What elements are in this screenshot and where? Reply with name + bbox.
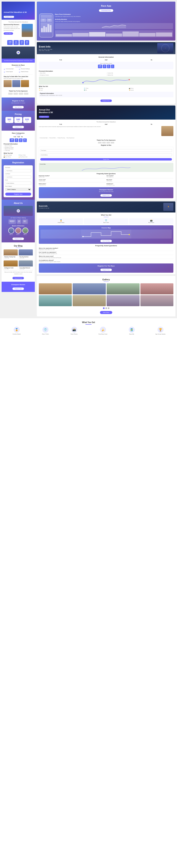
video-section: The Most Amazing Race Experience You'll …	[2, 46, 35, 63]
first-name-input[interactable]	[5, 169, 31, 173]
email-input[interactable]	[5, 182, 31, 185]
marathon-register-form-button[interactable]: Register Now	[40, 158, 172, 160]
champion-register-button[interactable]: Register Now	[100, 194, 111, 197]
benefit-item-1: 🏅 Finisher Medal	[39, 218, 83, 224]
blog-post-3: 5K Beginner Guide Jan 5, 2024	[4, 260, 18, 271]
reason-item-2: ● Personal Challenge	[19, 68, 33, 70]
runner-image-1	[22, 24, 33, 37]
last-name-input[interactable]	[5, 175, 31, 179]
benefit-item-3: 📸 Race Photos	[129, 218, 173, 224]
marathon-first-name[interactable]	[40, 149, 172, 152]
tagline-section: The Most Annual Divi Marathon Sponsored …	[2, 20, 35, 38]
about-play-button[interactable]	[17, 209, 20, 213]
event-register-button[interactable]: Register Now	[100, 99, 111, 102]
svg-point-4	[129, 234, 130, 235]
timer-days: 165 Days	[7, 40, 13, 45]
about-section-preview: About Us 10 Years of Race History 5000+ …	[2, 199, 35, 242]
hero-section: Annual Divi Marathon & 5K Register Now	[2, 2, 35, 20]
team-member-1: John S.	[8, 227, 14, 235]
benefit-photos: 📸 Race Photos	[60, 327, 88, 335]
sponsoring-title: Sponsored By Runners	[4, 24, 21, 25]
price-card-half: $40 Half	[14, 117, 22, 123]
gallery-dot-3[interactable]	[108, 307, 109, 309]
svg-rect-2	[81, 229, 131, 239]
benefit-food: 🍌 Post-Race Food	[89, 327, 117, 335]
home-page-preview: Annual Divi Marathon & 5K Register Now T…	[2, 2, 35, 316]
marathon-email[interactable]	[40, 154, 172, 156]
event-info-page: Event Info April 15, 2024 • City Park St…	[37, 42, 175, 104]
gallery-view-more-button[interactable]: View More	[100, 311, 112, 314]
timer-minutes: 16 Min	[20, 40, 24, 45]
gallery-item-4	[141, 283, 173, 294]
timer-hours: 21 Hours	[14, 40, 19, 45]
gallery-page: Gallery	[37, 276, 175, 316]
timer-seconds: 44 Sec	[25, 40, 29, 45]
gallery-item-8	[141, 295, 173, 306]
reasons-title: Reasons to Race	[4, 64, 33, 66]
gallery-dot-2[interactable]	[105, 307, 107, 309]
event-info-detail-page: Event Info Full details for race day 🏃 W…	[37, 202, 175, 274]
blog-post-4: Course Map Released Dec 28, 2023	[19, 260, 33, 271]
benefit-awards: 🏆 Age Group Awards	[147, 327, 174, 335]
race-app-page: Race App Download Now 2.4 km	[37, 2, 175, 40]
sponsors-title: Thank You To Our Sponsors	[4, 90, 33, 92]
event-register-cta-button[interactable]: Register Now	[100, 269, 111, 271]
benefit-shirt: 👕 Race T-Shirt	[32, 327, 59, 335]
race-app-title: Race App	[39, 5, 173, 7]
hero-title: Annual Divi Marathon & 5K	[4, 11, 33, 13]
what-you-get-section: What You Get 🏅 Finisher Medal 👕 Race T-S…	[0, 318, 177, 338]
phone-mockup: 2.4 km 5:30 pace	[39, 13, 53, 37]
download-app-button[interactable]: Download Now	[99, 9, 113, 12]
svg-point-0	[82, 82, 84, 83]
gallery-title: Gallery	[39, 278, 173, 281]
footer-register-button[interactable]: Register Now	[12, 287, 24, 290]
submit-registration-button[interactable]: Register Now	[5, 193, 31, 196]
right-pages-column: Race App Download Now 2.4 km	[37, 2, 175, 316]
gallery-item-2	[73, 283, 106, 294]
svg-point-3	[82, 236, 84, 237]
pricing-title: Pricing	[4, 113, 33, 115]
about-title: About Us	[4, 202, 33, 204]
gallery-item-5	[39, 295, 72, 306]
main-container: Annual Divi Marathon & 5K Register Now T…	[0, 0, 177, 338]
benefit-medal: 🏅 Finisher Medal	[3, 327, 30, 335]
what-you-get-title: What You Get	[3, 321, 174, 323]
gallery-item-6	[73, 295, 106, 306]
reason-item-1: ● Community Spirit	[4, 68, 18, 70]
reason-item-3: ● Charity Support	[4, 71, 18, 73]
reasons-section: Reasons to Race ● Community Spirit ● Per…	[2, 63, 35, 89]
gallery-dot-1[interactable]	[103, 307, 105, 309]
footer-section: Champion Runner Register Now	[2, 282, 35, 292]
learn-more-button[interactable]: Learn More	[4, 32, 13, 35]
about-register-button[interactable]: Register Now	[12, 238, 24, 240]
category-select[interactable]: Select Category	[5, 188, 31, 191]
blog-post-1: Marathon Training Tips Jan 15, 2024	[4, 249, 18, 259]
play-button[interactable]	[17, 51, 20, 54]
blog-title: Our Blog	[4, 245, 33, 247]
register-cta-button[interactable]: Sign Up Now	[13, 106, 24, 108]
register-pricing-button[interactable]: Register Now	[12, 126, 24, 128]
team-member-2: Sarah L.	[15, 227, 21, 235]
gallery-item-3	[107, 283, 140, 294]
race-categories-section: Race Categories FullHalf5k 165 Days 21 H…	[2, 131, 35, 159]
countdown-section-1: 165 Days 21 Hours 16 Min 44 Sec	[2, 38, 35, 46]
reason-item-4: ● Health & Fitness	[19, 71, 33, 73]
registration-title: Registration	[4, 161, 33, 164]
blog-section-preview: Our Blog Marathon Training Tips Jan 15, …	[2, 242, 35, 282]
team-member-3: Mike C.	[22, 227, 28, 235]
pricing-section-preview: Pricing $65 Full $40 Half $20 5K Reg	[2, 111, 35, 131]
register-cta-section: Register to Run Join thousands of runner…	[2, 97, 35, 111]
marathon-hero-register[interactable]: Register Now	[39, 116, 49, 118]
view-map-button[interactable]: View Full Map	[100, 240, 112, 242]
price-card-5k: $20 5K	[23, 117, 31, 123]
view-all-posts-button[interactable]: View All Posts	[12, 277, 24, 279]
benefit-item-2: 👕 Race T-Shirt	[84, 218, 128, 224]
svg-point-1	[129, 79, 130, 80]
about-subtitle: 10 Years of Race History	[4, 217, 33, 218]
annual-marathon-page: Annual Divi Marathon & 5K Register Now T…	[37, 105, 175, 200]
tagline-text: The Most Annual Divi Marathon	[4, 21, 33, 23]
gallery-item-7	[107, 295, 140, 306]
blog-post-2: Race Day Nutrition Jan 10, 2024	[19, 249, 33, 259]
hero-cta-button[interactable]: Register Now	[4, 16, 14, 18]
sponsors-section: Thank You To Our Sponsors	[2, 89, 35, 97]
